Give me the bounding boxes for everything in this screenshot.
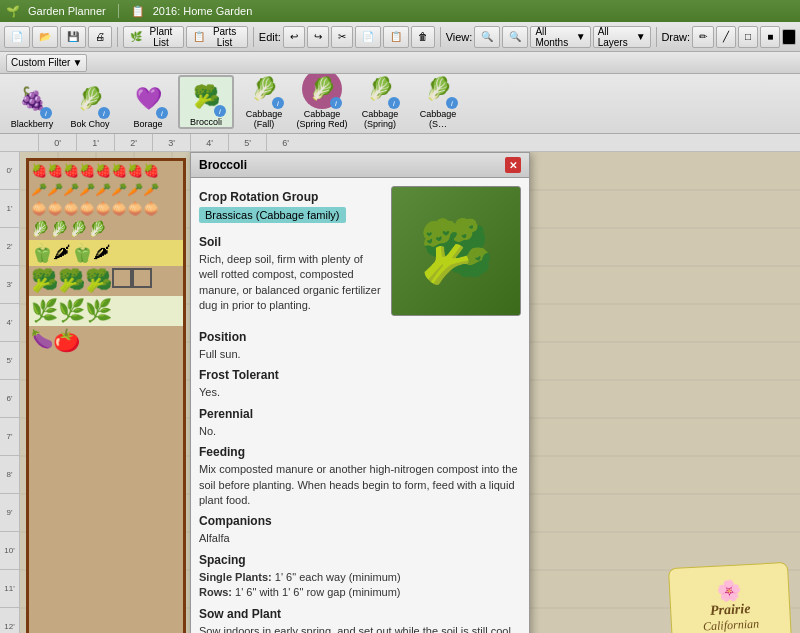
pencil-button[interactable]: ✏ [692,26,714,48]
paste-button[interactable]: 📋 [383,26,409,48]
plant-item-broccoli[interactable]: 🥦 i Broccoli [178,75,234,129]
plant-img-cabbage-fall: 🥬 i [244,74,284,109]
lettuce-3: 🥬 [69,220,88,238]
cut-button[interactable]: ✂ [331,26,353,48]
companions-text: Alfalfa [199,531,521,546]
info-panel-header: Broccoli ✕ [191,153,529,178]
open-button[interactable]: 📂 [32,26,58,48]
ruler-0: 0' [38,134,76,152]
rect-button[interactable]: □ [738,26,758,48]
plant-item-borage[interactable]: 💜 i Borage [120,79,176,129]
tomato-1: 🍅 [53,328,80,354]
bokchoy-info-badge: i [98,107,110,119]
broc-select-1 [112,268,132,288]
cabbage-fall-info-badge: i [272,97,284,109]
plant-row-carrots: 🥕 🥕 🥕 🥕 🥕 🥕 🥕 🥕 [29,180,183,199]
ruler-2: 2' [114,134,152,152]
vruler-9: 9' [0,494,19,532]
save-button[interactable]: 💾 [60,26,86,48]
companions-title: Companions [199,514,521,528]
zoom-in-button[interactable]: 🔍 [474,26,500,48]
spacing-single-label: Single Plants: [199,571,272,583]
broccoli-photo: 🥦 [391,186,521,316]
cabbage-spring-red-info-badge: i [330,97,342,109]
carrot-7: 🥕 [127,182,143,197]
edit-label: Edit: [259,31,281,43]
plant-item-cabbage-spring-red[interactable]: 🥬 i Cabbage (Spring Red) [294,74,350,129]
plant-row-cauliflower: 🌿 🌿 🌿 [29,296,183,326]
vruler-5: 5' [0,342,19,380]
blackberry-label: Blackberry [11,119,54,129]
pepper-1: 🫑 [31,242,53,264]
perennial-title: Perennial [199,407,521,421]
fill-button[interactable]: ■ [760,26,780,48]
cabbage-spring-info-badge: i [388,97,400,109]
months-label: All Months [535,26,572,48]
cabbage-spring-red-label: Cabbage (Spring Red) [294,109,350,129]
info-panel: Broccoli ✕ 🥦 Crop Rotation Group Brassic… [190,152,530,633]
plant-img-bokchoy: 🥬 i [70,79,110,119]
vruler-1: 1' [0,190,19,228]
position-title: Position [199,330,521,344]
layers-dropdown[interactable]: All Layers ▼ [593,26,651,48]
position-text: Full sun. [199,347,521,362]
lettuce-2: 🥬 [50,220,69,238]
sow-plant-title: Sow and Plant [199,607,521,621]
months-dropdown[interactable]: All Months ▼ [530,26,590,48]
months-chevron: ▼ [576,31,586,42]
cabbage-fall-label: Cabbage (Fall) [236,109,292,129]
cabbage-s-label: Cabbage (S… [410,109,466,129]
plant-img-cabbage-spring: 🥬 i [360,74,400,109]
plant-row-tomato: 🍆 🍅 [29,326,183,356]
onion-2: 🧅 [47,201,63,216]
parts-list-button[interactable]: 📋 Parts List [186,26,248,48]
app-title: Garden Planner [28,5,106,17]
layers-chevron: ▼ [636,31,646,42]
broc-plot-1: 🥦 [31,268,58,294]
title-bar: 🌱 Garden Planner 📋 2016: Home Garden [0,0,800,22]
zoom-out-button[interactable]: 🔍 [502,26,528,48]
plant-item-cabbage-fall[interactable]: 🥬 i Cabbage (Fall) [236,74,292,129]
undo-button[interactable]: ↩ [283,26,305,48]
feeding-title: Feeding [199,445,521,459]
strawberry-8: 🍓 [143,163,159,178]
strawberry-5: 🍓 [95,163,111,178]
cauli-1: 🌿 [31,298,58,324]
carrot-2: 🥕 [47,182,63,197]
ruler-4: 4' [190,134,228,152]
app-icon: 🌱 [6,5,20,18]
plant-list-icon: 🌿 [130,31,142,42]
vruler-2: 2' [0,228,19,266]
print-button[interactable]: 🖨 [88,26,112,48]
onion-8: 🧅 [143,201,159,216]
onion-4: 🧅 [79,201,95,216]
plant-item-cabbage-spring[interactable]: 🥬 i Cabbage (Spring) [352,74,408,129]
carrot-8: 🥕 [143,182,159,197]
custom-filter-dropdown[interactable]: Custom Filter ▼ [6,54,87,72]
plant-item-cabbage-s[interactable]: 🥬 i Cabbage (S… [410,74,466,129]
ruler-row: 0' 1' 2' 3' 4' 5' 6' [0,134,800,152]
carrot-5: 🥕 [95,182,111,197]
ruler-5: 5' [228,134,266,152]
info-panel-title: Broccoli [199,158,247,172]
carrot-3: 🥕 [63,182,79,197]
bokchoy-label: Bok Choy [70,119,109,129]
plant-item-blackberry[interactable]: 🍇 i Blackberry [4,79,60,129]
garden-plot: 🍓 🍓 🍓 🍓 🍓 🍓 🍓 🍓 🥕 🥕 🥕 🥕 🥕 🥕 🥕 🥕 [26,158,186,633]
line-button[interactable]: ╱ [716,26,736,48]
plant-list-button[interactable]: 🌿 Plant List [123,26,184,48]
copy-button[interactable]: 📄 [355,26,381,48]
strawberry-7: 🍓 [127,163,143,178]
cauli-2: 🌿 [58,298,85,324]
sep2 [253,27,254,47]
draw-label: Draw: [661,31,690,43]
delete-button[interactable]: 🗑 [411,26,435,48]
info-panel-close-button[interactable]: ✕ [505,157,521,173]
window-icon: 📋 [131,5,145,18]
color-black[interactable] [782,29,796,45]
vruler-0: 0' [0,152,19,190]
plant-item-bokchoy[interactable]: 🥬 i Bok Choy [62,79,118,129]
new-button[interactable]: 📄 [4,26,30,48]
redo-button[interactable]: ↪ [307,26,329,48]
watermark-line2: Californian [703,616,760,633]
